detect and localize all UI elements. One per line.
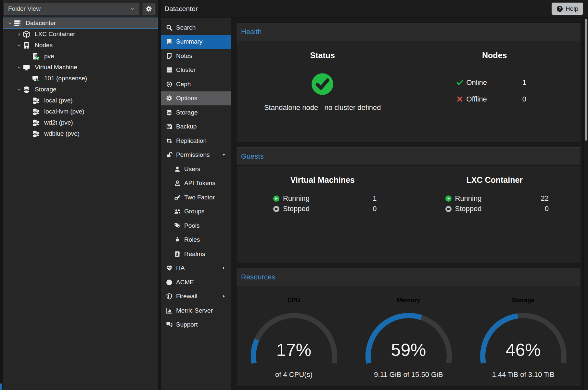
floppy-icon bbox=[166, 123, 173, 130]
menu-item-metric-server[interactable]: Metric Server bbox=[161, 303, 231, 318]
menu-item-realms[interactable]: Realms bbox=[161, 247, 231, 261]
monitor-icon bbox=[23, 63, 32, 71]
tree-settings-button[interactable] bbox=[143, 3, 155, 15]
tree-item-wd2t-pve[interactable]: wd2t (pve) bbox=[3, 117, 158, 128]
server-stack-icon bbox=[14, 19, 23, 27]
row-value: 1 bbox=[522, 78, 526, 87]
offline-row: Offline0 bbox=[456, 91, 527, 107]
tree-item-pve[interactable]: pve bbox=[3, 51, 158, 62]
tree-item-101-opnsense[interactable]: 101 (opnsense) bbox=[3, 73, 158, 84]
row-label: Online bbox=[467, 78, 487, 87]
menu-item-label: Storage bbox=[176, 109, 198, 116]
menu-item-label: Two Factor bbox=[184, 194, 215, 201]
address-book-icon bbox=[174, 251, 181, 257]
health-panel: Health Status Standalone node - no clust… bbox=[236, 22, 581, 142]
guest-column-heading: Virtual Machines bbox=[236, 175, 409, 185]
note-icon bbox=[166, 53, 173, 59]
menu-item-label: Support bbox=[176, 321, 198, 328]
scrollbar-thumb[interactable] bbox=[585, 19, 587, 141]
gauge-arc: 59% bbox=[360, 312, 457, 369]
memory-gauge: Memory59%9.11 GiB of 15.50 GiB bbox=[352, 286, 465, 386]
caret-right-icon bbox=[222, 294, 226, 299]
caret-down-icon bbox=[222, 153, 226, 157]
menu-item-ha[interactable]: HA bbox=[161, 261, 231, 276]
tree-item-datacenter[interactable]: Datacenter bbox=[3, 18, 158, 29]
check-icon bbox=[456, 79, 463, 86]
page-title: Datacenter bbox=[164, 5, 198, 13]
chevron-down-icon[interactable] bbox=[16, 87, 23, 92]
tree-item-storage[interactable]: Storage bbox=[3, 84, 158, 95]
menu-item-search[interactable]: Search bbox=[161, 20, 231, 35]
panel-splitter[interactable] bbox=[158, 0, 161, 390]
tree-item-label: local (pve) bbox=[44, 97, 73, 104]
menu-item-storage[interactable]: Storage bbox=[161, 105, 231, 120]
tree-item-local-lvm-pve[interactable]: local-lvm (pve) bbox=[3, 106, 158, 117]
row-label: Stopped bbox=[283, 205, 310, 213]
menu-item-api-tokens[interactable]: API Tokens bbox=[161, 176, 231, 191]
menu-item-support[interactable]: Support bbox=[161, 318, 231, 332]
menu-item-notes[interactable]: Notes bbox=[161, 49, 231, 63]
menu-item-cluster[interactable]: Cluster bbox=[161, 63, 231, 77]
stopped-row: Stopped0 bbox=[445, 204, 549, 214]
tree-item-label: wd2t (pve) bbox=[44, 119, 73, 126]
row-label: Offline bbox=[467, 95, 487, 103]
vertical-scrollbar[interactable] bbox=[583, 18, 588, 390]
menu-item-roles[interactable]: Roles bbox=[161, 233, 231, 247]
guests-panel: Guests Virtual MachinesRunning1Stopped0L… bbox=[236, 147, 581, 263]
menu-item-firewall[interactable]: Firewall bbox=[161, 289, 231, 304]
virtual-machines-column: Virtual MachinesRunning1Stopped0 bbox=[236, 166, 409, 263]
tree-spacer bbox=[25, 109, 32, 114]
tree-item-wdblue-pve[interactable]: wdblue (pve) bbox=[3, 128, 158, 139]
database-icon bbox=[23, 86, 32, 93]
resources-panel: Resources CPU17%of 4 CPU(s)Memory59%9.11… bbox=[236, 268, 581, 387]
chevron-down-icon bbox=[130, 6, 135, 11]
menu-item-replication[interactable]: Replication bbox=[161, 134, 231, 148]
chevron-down-icon[interactable] bbox=[6, 21, 14, 26]
menu-item-users[interactable]: Users bbox=[161, 162, 231, 176]
top-bar: Datacenter ? Help bbox=[161, 0, 588, 18]
menu-item-label: HA bbox=[176, 264, 185, 272]
main-content: Health Status Standalone node - no clust… bbox=[231, 18, 583, 390]
replication-icon bbox=[166, 138, 173, 144]
caret-right-icon bbox=[222, 266, 226, 270]
menu-item-two-factor[interactable]: Two Factor bbox=[161, 190, 231, 205]
menu-item-groups[interactable]: Groups bbox=[161, 205, 231, 219]
tree-spacer bbox=[25, 120, 32, 125]
proxmox-app: Folder View DatacenterLXC ContainerNodes… bbox=[0, 0, 588, 390]
menu-item-summary[interactable]: Summary bbox=[161, 35, 231, 49]
ceph-icon bbox=[166, 81, 173, 87]
menu-item-options[interactable]: Options bbox=[161, 91, 231, 106]
view-mode-select[interactable]: Folder View bbox=[4, 3, 139, 15]
comments-icon bbox=[166, 321, 173, 328]
menu-item-pools[interactable]: Pools bbox=[161, 219, 231, 233]
menu-item-backup[interactable]: Backup bbox=[161, 120, 231, 134]
help-button[interactable]: ? Help bbox=[552, 3, 583, 15]
storage-gauge: Storage46%1.44 TiB of 3.10 TiB bbox=[467, 286, 580, 386]
view-mode-value: Folder View bbox=[8, 5, 41, 12]
gauge-sublabel: of 4 CPU(s) bbox=[275, 370, 313, 379]
lxc-container-column: LXC ContainerRunning22Stopped0 bbox=[409, 166, 581, 263]
gear-icon bbox=[146, 6, 152, 12]
chevron-right-icon[interactable] bbox=[16, 32, 23, 37]
tree-item-lxc-container[interactable]: LXC Container bbox=[3, 29, 158, 40]
tree-item-local-pve[interactable]: local (pve) bbox=[3, 95, 158, 106]
resource-tree: DatacenterLXC ContainerNodespveVirtual M… bbox=[3, 18, 158, 390]
tree-item-virtual-machine[interactable]: Virtual Machine bbox=[3, 62, 158, 73]
resources-panel-header: Resources bbox=[236, 268, 581, 286]
tree-toolbar: Folder View bbox=[3, 0, 158, 18]
chevron-down-icon[interactable] bbox=[16, 65, 23, 70]
menu-item-permissions[interactable]: Permissions bbox=[161, 148, 231, 162]
guest-column-heading: LXC Container bbox=[409, 175, 581, 185]
tree-item-label: LXC Container bbox=[35, 31, 75, 38]
tree-item-label: Virtual Machine bbox=[35, 64, 77, 71]
menu-item-acme[interactable]: ACME bbox=[161, 275, 231, 289]
users-icon bbox=[174, 208, 181, 215]
tree-item-label: pve bbox=[44, 53, 54, 60]
tree-item-label: Nodes bbox=[35, 42, 53, 49]
question-circle-icon: ? bbox=[556, 6, 563, 12]
chevron-down-icon[interactable] bbox=[16, 43, 23, 48]
database-drive-icon bbox=[32, 130, 42, 138]
menu-item-ceph[interactable]: Ceph bbox=[161, 77, 231, 91]
tree-spacer bbox=[25, 76, 32, 81]
tree-item-nodes[interactable]: Nodes bbox=[3, 40, 158, 51]
